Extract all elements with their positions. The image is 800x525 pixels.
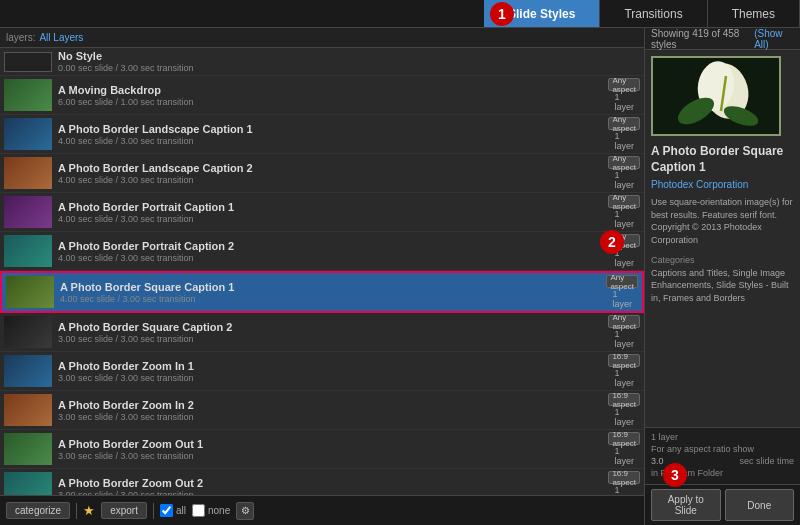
bottom-toolbar: categorize ★ export all none ⚙ <box>0 495 644 525</box>
aspect-badge[interactable]: Anyaspect <box>608 78 640 91</box>
layer-count: 1layer <box>614 170 634 190</box>
style-item-desc: 3.00 sec slide / 3.00 sec transition <box>58 373 604 383</box>
style-thumb <box>4 394 52 426</box>
none-label: none <box>208 505 230 516</box>
style-thumb <box>4 157 52 189</box>
aspect-badge[interactable]: 16:9aspect <box>608 432 640 445</box>
apply-to-slide-button[interactable]: Apply to Slide <box>651 489 721 521</box>
style-item-desc: 0.00 sec slide / 3.00 sec transition <box>58 63 640 73</box>
style-badge-area: Anyaspect 1layer <box>608 117 640 151</box>
layer-count: 1layer <box>614 92 634 112</box>
slide-value: 3.0 <box>651 456 664 466</box>
tab-transitions-label: Transitions <box>624 7 682 21</box>
show-all-link[interactable]: (Show All) <box>754 28 794 50</box>
style-item-name: A Moving Backdrop <box>58 84 604 96</box>
list-item[interactable]: A Photo Border Portrait Caption 2 4.00 s… <box>0 232 644 271</box>
style-item-info: A Photo Border Zoom Out 1 3.00 sec slide… <box>58 438 604 461</box>
done-button[interactable]: Done <box>725 489 795 521</box>
action-buttons: Apply to Slide Done <box>645 484 800 525</box>
no-style-thumb <box>4 52 52 72</box>
list-item[interactable]: A Photo Border Zoom Out 2 3.00 sec slide… <box>0 469 644 495</box>
layer-count: 1layer <box>614 131 634 151</box>
none-checkbox-label[interactable]: none <box>192 504 230 517</box>
style-badge-area: Anyaspect 1layer <box>608 234 640 268</box>
style-item-desc: 4.00 sec slide / 3.00 sec transition <box>60 294 602 304</box>
list-item[interactable]: A Moving Backdrop 6.00 sec slide / 1.00 … <box>0 76 644 115</box>
preview-content: A Photo Border Square Caption 1 Photodex… <box>645 50 800 427</box>
info-row-slide: 3.0 sec slide time <box>651 456 794 466</box>
list-item[interactable]: A Photo Border Portrait Caption 1 4.00 s… <box>0 193 644 232</box>
aspect-badge[interactable]: 16:9aspect <box>608 471 640 484</box>
style-thumb <box>4 196 52 228</box>
style-item-info: A Photo Border Landscape Caption 2 4.00 … <box>58 162 604 185</box>
preview-thumbnail <box>651 56 781 136</box>
all-checkbox-label[interactable]: all <box>160 504 186 517</box>
list-item[interactable]: A Photo Border Landscape Caption 1 4.00 … <box>0 115 644 154</box>
aspect-badge[interactable]: 16:9aspect <box>608 354 640 367</box>
style-item-desc: 4.00 sec slide / 3.00 sec transition <box>58 214 604 224</box>
aspect-badge[interactable]: Anyaspect <box>606 275 638 288</box>
style-badge-area: 16:9aspect 1layer <box>608 471 640 495</box>
style-item-desc: 3.00 sec slide / 3.00 sec transition <box>58 451 604 461</box>
preview-author[interactable]: Photodex Corporation <box>651 179 794 190</box>
none-checkbox[interactable] <box>192 504 205 517</box>
slide-label: sec slide time <box>739 456 794 466</box>
settings-icon[interactable]: ⚙ <box>236 502 254 520</box>
style-item-desc: 4.00 sec slide / 3.00 sec transition <box>58 175 604 185</box>
toolbar-divider-2 <box>153 503 154 519</box>
categories-label: Categories <box>651 255 794 265</box>
list-item-selected[interactable]: A Photo Border Square Caption 1 4.00 sec… <box>0 271 644 313</box>
style-badge-area: 16:9aspect 1layer <box>608 432 640 466</box>
tab-slide-styles[interactable]: Slide Styles <box>484 0 600 27</box>
style-item-name: A Photo Border Zoom Out 1 <box>58 438 604 450</box>
aspect-badge[interactable]: Anyaspect <box>608 156 640 169</box>
aspect-badge[interactable]: Anyaspect <box>608 117 640 130</box>
style-list[interactable]: No Style 0.00 sec slide / 3.00 sec trans… <box>0 48 644 495</box>
all-checkbox[interactable] <box>160 504 173 517</box>
aspect-badge[interactable]: 16:9aspect <box>608 393 640 406</box>
style-thumb <box>6 276 54 308</box>
style-item-name: A Photo Border Square Caption 1 <box>60 281 602 293</box>
list-item[interactable]: A Photo Border Square Caption 2 3.00 sec… <box>0 313 644 352</box>
style-item-info: A Photo Border Square Caption 1 4.00 sec… <box>60 281 602 304</box>
star-icon[interactable]: ★ <box>83 503 95 518</box>
style-item-name: No Style <box>58 50 640 62</box>
style-item-name: A Photo Border Zoom Out 2 <box>58 477 604 489</box>
right-top-info: Showing 419 of 458 styles (Show All) <box>645 28 800 50</box>
aspect-badge[interactable]: Anyaspect <box>608 195 640 208</box>
tab-slide-styles-label: Slide Styles <box>508 7 575 21</box>
tab-themes[interactable]: Themes <box>708 0 800 27</box>
style-item-name: A Photo Border Landscape Caption 1 <box>58 123 604 135</box>
list-item[interactable]: A Photo Border Zoom In 1 3.00 sec slide … <box>0 352 644 391</box>
layer-count: 1layer <box>614 485 634 495</box>
categorize-button[interactable]: categorize <box>6 502 70 519</box>
layer-count: 1layer <box>614 209 634 229</box>
style-badge-area: Anyaspect 1layer <box>608 195 640 229</box>
list-item[interactable]: A Photo Border Landscape Caption 2 4.00 … <box>0 154 644 193</box>
preview-svg <box>651 56 781 136</box>
style-badge-area: Anyaspect 1layer <box>608 315 640 349</box>
export-button[interactable]: export <box>101 502 147 519</box>
style-thumb <box>4 316 52 348</box>
aspect-badge[interactable]: Anyaspect <box>608 234 640 247</box>
layers-value-link[interactable]: All Layers <box>39 32 83 43</box>
style-item-name: A Photo Border Portrait Caption 1 <box>58 201 604 213</box>
style-item-info: A Photo Border Zoom Out 2 3.00 sec slide… <box>58 477 604 496</box>
aspect-badge[interactable]: Anyaspect <box>608 315 640 328</box>
style-thumb <box>4 235 52 267</box>
style-badge-area: Anyaspect 1layer <box>606 275 638 309</box>
list-item[interactable]: A Photo Border Zoom Out 1 3.00 sec slide… <box>0 430 644 469</box>
layer-count: 1layer <box>614 446 634 466</box>
all-label: all <box>176 505 186 516</box>
aspect-info: For any aspect ratio show <box>651 444 754 454</box>
style-thumb <box>4 79 52 111</box>
style-badge-area: Anyaspect 1layer <box>608 156 640 190</box>
style-thumb <box>4 472 52 495</box>
style-badge-area: Anyaspect 1layer <box>608 78 640 112</box>
list-item[interactable]: No Style 0.00 sec slide / 3.00 sec trans… <box>0 48 644 76</box>
list-item[interactable]: A Photo Border Zoom In 2 3.00 sec slide … <box>0 391 644 430</box>
style-thumb <box>4 355 52 387</box>
list-area: layers: All Layers No Style 0.00 sec sli… <box>0 28 645 525</box>
folder-info: in Program Folder <box>651 468 723 478</box>
tab-transitions[interactable]: Transitions <box>600 0 707 27</box>
